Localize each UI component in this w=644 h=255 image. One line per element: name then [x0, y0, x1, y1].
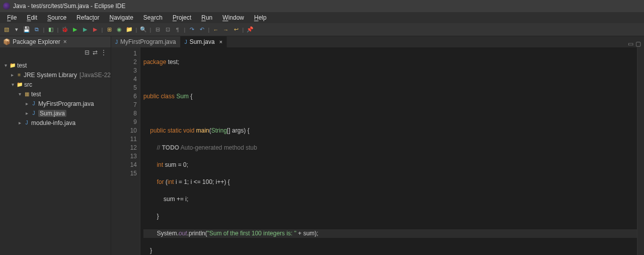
debug-icon[interactable]: 🐞: [60, 25, 69, 34]
tree-file-module[interactable]: ▸ J module-info.java: [0, 118, 111, 128]
tree-project[interactable]: ▾ 📁 test: [0, 60, 111, 70]
code-content[interactable]: package test; public class Sum { public …: [140, 47, 637, 255]
new-class-icon[interactable]: ◉: [115, 25, 124, 34]
tab-label: Sum.java: [190, 38, 215, 45]
minimize-icon[interactable]: ▭: [628, 40, 633, 47]
coverage-icon[interactable]: ▶: [80, 25, 90, 34]
last-edit-icon[interactable]: ↩: [231, 25, 240, 34]
chevron-right-icon[interactable]: ▸: [24, 110, 29, 116]
package-explorer-icon: 📦: [3, 38, 11, 45]
menu-window[interactable]: Window: [217, 13, 249, 22]
tree-package[interactable]: ▾ ▦ test: [0, 89, 111, 99]
chevron-right-icon[interactable]: ▸: [24, 101, 29, 106]
menu-run[interactable]: Run: [196, 13, 217, 22]
project-tree: ▾ 📁 test ▸ ≡ JRE System Library [JavaSE-…: [0, 57, 111, 255]
overview-ruler[interactable]: [637, 47, 644, 255]
line-number: 2: [122, 58, 137, 67]
search-icon[interactable]: 🔍: [139, 25, 148, 34]
separator: |: [149, 25, 152, 34]
prev-annotation-icon[interactable]: ↶: [197, 25, 206, 34]
menu-project[interactable]: Project: [168, 13, 196, 22]
ext-tools-icon[interactable]: ▶: [91, 25, 100, 34]
chevron-right-icon[interactable]: ▸: [17, 120, 22, 125]
new-icon[interactable]: ▧: [2, 25, 11, 34]
package-explorer-panel: 📦 Package Explorer × ⊟ ⇄ ⋮ ▾ 📁 test ▸ ≡ …: [0, 36, 111, 255]
tab-myfirstprogram[interactable]: J MyFirstProgram.java: [111, 36, 181, 47]
separator: |: [135, 25, 138, 34]
tree-file-sum[interactable]: ▸ J Sum.java: [0, 108, 111, 118]
line-number: 6: [122, 92, 137, 101]
tree-label: MyFirstProgram.java: [38, 100, 94, 107]
java-file-icon: J: [23, 119, 30, 126]
code-editor[interactable]: 1 2 3 4 5 6 7 8 9 10 11 12 13 14 15 pack…: [111, 47, 644, 255]
new-folder-icon[interactable]: 📁: [125, 25, 134, 34]
forward-icon[interactable]: →: [221, 25, 230, 34]
menu-refactor[interactable]: Refactor: [71, 13, 104, 22]
separator: |: [42, 25, 45, 34]
show-whitespace-icon[interactable]: ¶: [173, 25, 182, 34]
menu-navigate[interactable]: Navigate: [104, 13, 138, 22]
open-type-icon[interactable]: ◧: [46, 25, 55, 34]
toggle-block-icon[interactable]: ⊡: [163, 25, 172, 34]
line-number: 15: [122, 169, 137, 178]
java-file-icon: J: [30, 100, 37, 107]
save-all-icon[interactable]: ⧉: [32, 25, 41, 34]
menu-edit[interactable]: Edit: [22, 13, 42, 22]
pin-icon[interactable]: 📌: [246, 25, 255, 34]
line-number: 11: [122, 135, 137, 144]
maximize-icon[interactable]: ▢: [635, 40, 641, 47]
toggle-mark-icon[interactable]: ⊟: [153, 25, 162, 34]
project-icon: 📁: [9, 62, 16, 69]
link-editor-icon[interactable]: ⇄: [93, 49, 98, 56]
tab-sum[interactable]: J Sum.java ×: [181, 36, 227, 47]
tree-jre[interactable]: ▸ ≡ JRE System Library [JavaSE-22: [0, 70, 111, 80]
line-number: 3: [122, 67, 137, 75]
chevron-right-icon[interactable]: ▸: [10, 72, 15, 78]
tree-file-myfirst[interactable]: ▸ J MyFirstProgram.java: [0, 99, 111, 108]
menu-search[interactable]: Search: [138, 13, 168, 22]
menu-file[interactable]: File: [2, 13, 22, 22]
menu-help[interactable]: Help: [249, 13, 272, 22]
line-number: 8: [122, 109, 137, 118]
eclipse-icon: [3, 3, 10, 10]
next-annotation-icon[interactable]: ↷: [187, 25, 196, 34]
line-number-gutter: 1 2 3 4 5 6 7 8 9 10 11 12 13 14 15: [122, 47, 140, 255]
new-package-icon[interactable]: ⊞: [105, 25, 114, 34]
dropdown-icon[interactable]: ▾: [12, 25, 21, 34]
tree-label: test: [31, 91, 41, 98]
close-icon[interactable]: ×: [219, 39, 222, 45]
tree-label: src: [24, 81, 32, 88]
save-icon[interactable]: 💾: [22, 25, 31, 34]
editor-tabs: J MyFirstProgram.java J Sum.java × ▭ ▢: [111, 36, 644, 47]
toolbar: ▧ ▾ 💾 ⧉ | ◧ | 🐞 ▶ ▶ ▶ | ⊞ ◉ 📁 | 🔍 | ⊟ ⊡ …: [0, 23, 644, 36]
separator: |: [101, 25, 104, 34]
chevron-down-icon[interactable]: ▾: [3, 62, 8, 68]
separator: |: [242, 25, 245, 34]
tree-label: Sum.java: [38, 110, 66, 117]
line-number: 4: [122, 75, 137, 84]
line-number: 1: [122, 49, 137, 58]
line-number: 14: [122, 161, 137, 169]
menu-source[interactable]: Source: [42, 13, 71, 22]
editor-area: J MyFirstProgram.java J Sum.java × ▭ ▢ 1…: [111, 36, 644, 255]
java-file-icon: J: [185, 39, 187, 45]
line-number: 5: [122, 84, 137, 92]
java-file-icon: J: [115, 39, 118, 45]
separator: |: [207, 25, 210, 34]
chevron-down-icon[interactable]: ▾: [10, 82, 15, 87]
run-icon[interactable]: ▶: [70, 25, 79, 34]
close-icon[interactable]: ×: [63, 38, 67, 45]
view-menu-icon[interactable]: ⋮: [101, 49, 107, 56]
tree-label: module-info.java: [31, 119, 75, 126]
package-explorer-tab[interactable]: 📦 Package Explorer ×: [0, 36, 111, 47]
menu-bar: File Edit Source Refactor Navigate Searc…: [0, 12, 644, 23]
tree-src[interactable]: ▾ 📁 src: [0, 80, 111, 89]
line-number: 7: [122, 101, 137, 109]
line-number: 12: [122, 144, 137, 152]
package-explorer-title: Package Explorer: [13, 38, 60, 45]
collapse-all-icon[interactable]: ⊟: [85, 49, 90, 56]
chevron-down-icon[interactable]: ▾: [17, 91, 22, 97]
back-icon[interactable]: ←: [211, 25, 220, 34]
window-title: Java - test/src/test/Sum.java - Eclipse …: [13, 3, 125, 10]
tab-label: MyFirstProgram.java: [120, 38, 176, 45]
